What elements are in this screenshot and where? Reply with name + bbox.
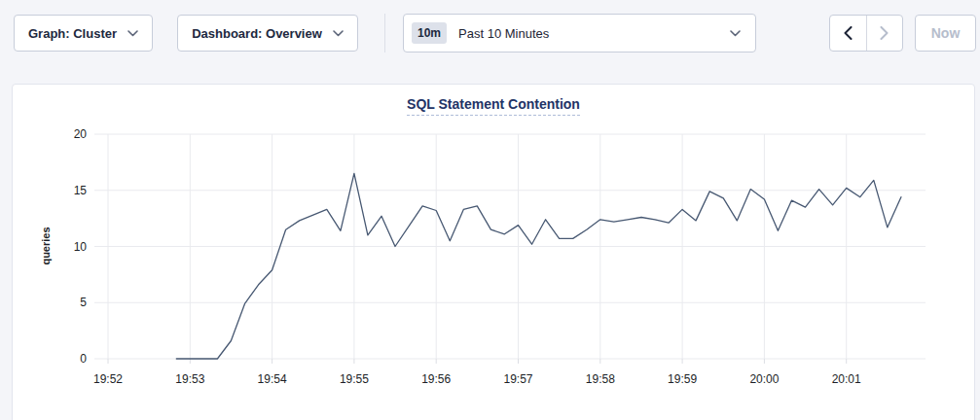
y-tick-label: 20 xyxy=(74,127,88,141)
x-tick-label: 19:59 xyxy=(668,372,697,386)
x-tick-label: 19:55 xyxy=(340,372,369,386)
time-window-dropdown[interactable]: 10m Past 10 Minutes xyxy=(403,14,756,52)
graph-dropdown[interactable]: Graph: Cluster xyxy=(14,15,153,52)
y-tick-label: 10 xyxy=(74,240,88,254)
time-preset-badge: 10m xyxy=(412,22,447,44)
chart-card: SQL Statement Contention 0510152019:5219… xyxy=(12,84,975,420)
now-button[interactable]: Now xyxy=(915,15,976,52)
chevron-down-icon xyxy=(333,30,344,37)
x-tick-label: 19:54 xyxy=(258,372,287,386)
graph-dropdown-label: Graph: Cluster xyxy=(28,26,117,41)
x-tick-label: 20:01 xyxy=(832,372,861,386)
x-tick-label: 19:58 xyxy=(586,372,615,386)
dashboard-dropdown[interactable]: Dashboard: Overview xyxy=(177,15,358,52)
chevron-down-icon xyxy=(730,30,741,37)
x-tick-label: 19:56 xyxy=(421,372,451,386)
time-window-label: Past 10 Minutes xyxy=(458,26,549,41)
x-tick-label: 19:57 xyxy=(503,372,532,386)
series-line xyxy=(176,173,901,359)
chart-title-wrap: SQL Statement Contention xyxy=(13,95,974,116)
y-axis-label: queries xyxy=(40,227,52,264)
now-button-label: Now xyxy=(931,25,961,41)
x-tick-label: 19:52 xyxy=(93,372,123,386)
next-time-button[interactable] xyxy=(867,16,903,51)
chevron-right-icon xyxy=(880,26,889,40)
toolbar-divider xyxy=(384,14,385,52)
x-tick-label: 19:53 xyxy=(175,372,204,386)
y-tick-label: 5 xyxy=(80,296,87,309)
time-shift-button-group xyxy=(829,15,903,52)
dashboard-dropdown-label: Dashboard: Overview xyxy=(192,26,322,41)
chevron-left-icon xyxy=(844,26,853,40)
prev-time-button[interactable] xyxy=(830,16,867,51)
x-tick-label: 20:00 xyxy=(749,372,779,386)
y-tick-label: 15 xyxy=(74,184,88,197)
sql-statement-contention-chart[interactable]: 0510152019:5219:5319:5419:5519:5619:5719… xyxy=(13,85,976,405)
chart-title[interactable]: SQL Statement Contention xyxy=(407,96,580,116)
y-tick-label: 0 xyxy=(80,352,87,366)
chevron-down-icon xyxy=(127,30,138,37)
